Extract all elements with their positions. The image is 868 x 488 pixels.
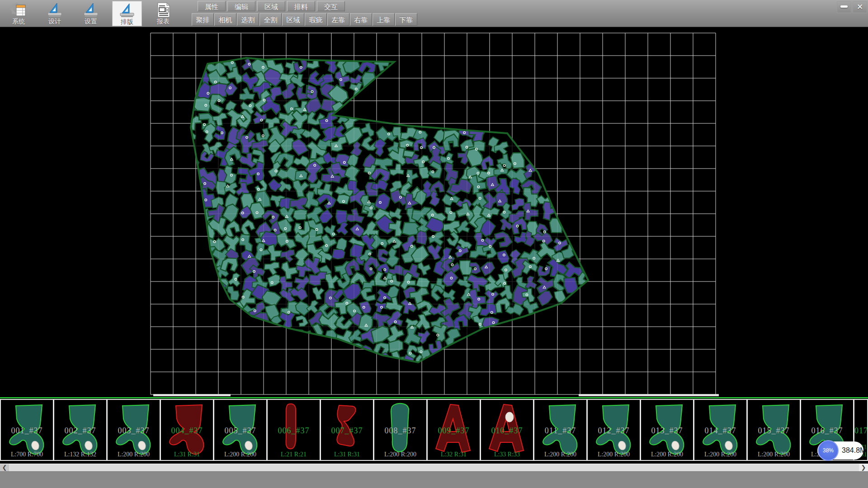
- menu-item-properties[interactable]: 属性: [198, 1, 226, 11]
- thumbnail-cell[interactable]: 003_#37 L:200 R:200: [107, 399, 160, 461]
- tool-button-cluster[interactable]: 聚排: [192, 13, 214, 26]
- piece-label: 005_#37: [214, 426, 266, 436]
- thumbnail-cell[interactable]: 001_#37 L:700 R:700: [0, 399, 53, 461]
- usage-percent-badge: 38%: [818, 440, 839, 461]
- main-button-design[interactable]: 设计: [40, 1, 70, 26]
- gear-table-icon: [10, 2, 27, 18]
- menu-item-edit[interactable]: 编辑: [227, 1, 255, 11]
- thumbnail-cell[interactable]: 009_#37 L:32 R:31: [427, 399, 480, 461]
- memory-status-badge: 38% 384.8M: [817, 441, 863, 460]
- piece-label: 017_#37: [854, 426, 867, 436]
- piece-label: 008_#37: [374, 426, 426, 436]
- thumbnail-cell[interactable]: 014_#37 L:200 R:200: [693, 399, 747, 461]
- piece-label: 016_#37: [801, 426, 853, 436]
- scroll-right-arrow-icon[interactable]: ❯: [859, 464, 868, 471]
- thumbnail-cell[interactable]: 007_#37 L:31 R:31: [320, 399, 373, 461]
- thumbnail-cell[interactable]: 010_#37 L:33 R:33: [480, 399, 533, 461]
- scroll-left-arrow-icon[interactable]: ❮: [0, 464, 9, 471]
- main-button-label: 排版: [113, 18, 142, 25]
- piece-label: 002_#37: [54, 426, 106, 436]
- report-icon: [155, 2, 171, 18]
- thumbnail-cell[interactable]: 015_#37 L:200 R:200: [747, 399, 800, 461]
- thumbnail-cell[interactable]: 008_#37 L:200 R:200: [373, 399, 427, 461]
- piece-label: 009_#37: [428, 426, 480, 436]
- piece-thumbnail-strip: 001_#37 L:700 R:700 002_#37 L:132 R:132 …: [0, 399, 868, 461]
- nesting-canvas[interactable]: [0, 27, 868, 397]
- minimize-button[interactable]: [837, 1, 851, 13]
- piece-metrics: L:200 R:200: [214, 451, 266, 458]
- minimize-icon: [840, 5, 848, 8]
- strip-separator: [0, 397, 868, 399]
- piece-metrics: L:200 R:200: [374, 451, 426, 458]
- piece-metrics: L:200 R:200: [641, 451, 693, 458]
- tool-button-area[interactable]: 区域: [282, 13, 304, 26]
- menu-item-nesting[interactable]: 排料: [287, 1, 315, 11]
- memory-value: 384.8M: [842, 441, 866, 460]
- piece-metrics: L:132 R:132: [54, 451, 106, 458]
- piece-label: 006_#37: [268, 426, 320, 436]
- close-icon: ✕: [857, 3, 863, 11]
- thumbnail-cell[interactable]: 006_#37 L:21 R:21: [267, 399, 320, 461]
- thumbnail-cell[interactable]: 012_#37 L:200 R:200: [587, 399, 640, 461]
- set-square-icon: [83, 2, 99, 18]
- main-button-nesting[interactable]: 排版: [112, 1, 142, 26]
- main-button-system[interactable]: 系统: [4, 1, 33, 26]
- piece-metrics: L:700 R:700: [1, 451, 53, 458]
- piece-label: 004_#37: [161, 426, 213, 436]
- horizontal-scrollbar[interactable]: ❮ ❯: [0, 464, 868, 471]
- piece-metrics: L:33 R:33: [481, 451, 533, 458]
- piece-label: 007_#37: [321, 426, 373, 436]
- main-button-label: 系统: [4, 18, 33, 25]
- nesting-drawing: [0, 27, 868, 397]
- tool-button-camera[interactable]: 相机: [214, 13, 236, 26]
- thumbnail-cell[interactable]: 004_#37 L:31 R:31: [160, 399, 213, 461]
- piece-metrics: L:31 R:31: [321, 451, 373, 458]
- set-square-icon: [119, 3, 135, 18]
- thumbnail-cell[interactable]: 011_#37 L:200 R:200: [533, 399, 587, 461]
- tool-button-align-top[interactable]: 上靠: [373, 13, 395, 26]
- piece-label: 003_#37: [108, 426, 160, 436]
- menu-item-region[interactable]: 区域: [257, 1, 285, 11]
- piece-metrics: L:21 R:21: [268, 451, 320, 458]
- piece-metrics: L:200 R:200: [534, 451, 586, 458]
- app-window: { "window": { "controls": { "minimize": …: [0, 0, 868, 488]
- main-button-settings[interactable]: 设置: [76, 1, 106, 26]
- tool-button-select-cut[interactable]: 选割: [237, 13, 259, 26]
- close-button[interactable]: ✕: [853, 1, 867, 13]
- piece-label: 013_#37: [641, 426, 693, 436]
- piece-label: 001_#37: [1, 426, 53, 436]
- thumbnail-cell[interactable]: 005_#37 L:200 R:200: [213, 399, 267, 461]
- piece-metrics: L:200 R:200: [108, 451, 160, 458]
- set-square-icon: [47, 2, 63, 18]
- main-button-label: 设置: [76, 18, 106, 25]
- piece-metrics: L:200 R:200: [694, 451, 746, 458]
- main-button-label: 设计: [40, 18, 70, 25]
- tool-button-align-right[interactable]: 右靠: [350, 13, 372, 26]
- thumbnail-cell[interactable]: 013_#37 L:200 R:200: [640, 399, 693, 461]
- tool-button-defect[interactable]: 瑕疵: [305, 13, 327, 26]
- tool-button-align-left[interactable]: 左靠: [327, 13, 349, 26]
- main-button-label: 报表: [148, 18, 178, 25]
- tool-button-cut-all[interactable]: 全割: [259, 13, 282, 26]
- main-toolbar: 系统 设计 设置 排版: [0, 0, 868, 27]
- piece-label: 014_#37: [694, 426, 746, 436]
- menu-item-interactive[interactable]: 交互: [317, 1, 345, 11]
- bottom-status-bar: [0, 471, 868, 488]
- piece-metrics: L:200 R:200: [588, 451, 640, 458]
- main-button-report[interactable]: 报表: [148, 1, 178, 26]
- piece-label: 012_#37: [588, 426, 640, 436]
- piece-metrics: L:32 R:31: [428, 451, 480, 458]
- thumbnail-cell[interactable]: 002_#37 L:132 R:132: [53, 399, 107, 461]
- piece-label: 015_#37: [748, 426, 800, 436]
- piece-label: 011_#37: [534, 426, 586, 436]
- piece-metrics: L:31 R:31: [161, 451, 213, 458]
- piece-label: 010_#37: [481, 426, 533, 436]
- piece-metrics: L:200 R:200: [748, 451, 800, 458]
- tool-button-align-bottom[interactable]: 下靠: [395, 13, 417, 26]
